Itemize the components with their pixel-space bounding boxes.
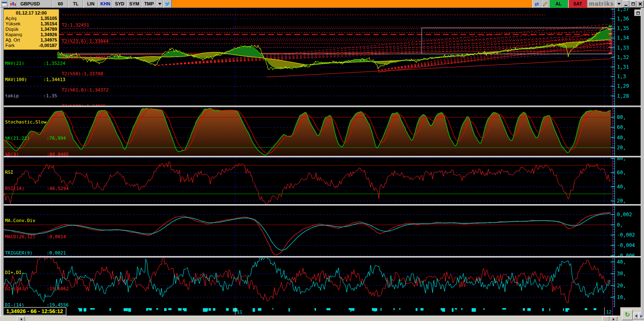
- high-row: Yüksek1,35154: [5, 21, 57, 27]
- candlestick-chart-icon: [10, 2, 16, 7]
- currency-field[interactable]: TL: [68, 0, 83, 8]
- symbol-text: GBPUSD: [20, 1, 40, 6]
- reload-data-button[interactable]: ↻: [622, 310, 633, 320]
- di-panel: 40,30,20,10, DI+,DI- DI+(14):19,5062 DI-…: [0, 258, 644, 307]
- pencil-icon: [542, 1, 548, 7]
- svg-text:1,34: 1,34: [617, 35, 629, 41]
- takip-value: :1,35: [43, 93, 57, 99]
- tmp-button[interactable]: TMP: [142, 0, 157, 8]
- stoch-d-label: %D(9): [5, 152, 47, 156]
- svg-text:1,32: 1,32: [617, 54, 629, 60]
- mav100-row: MAV(100):1,34413: [5, 77, 65, 82]
- t2-level: T2(%38,2):1,33411: [62, 55, 109, 60]
- ohlc-info-box: 01.12.17 12:00 Açılış1,35105 Yüksek1,351…: [3, 9, 59, 50]
- mav21-label: MAV(21): [5, 61, 43, 66]
- title-dropdown-button[interactable]: [616, 0, 622, 8]
- open-value: 1,35105: [40, 16, 57, 21]
- twitter-button[interactable]: [163, 0, 172, 8]
- svg-text:12: 12: [606, 309, 612, 315]
- chevron-down-icon: [617, 3, 621, 5]
- low-value: 1,34789: [40, 27, 57, 32]
- toolbar-dropdown-button[interactable]: [157, 0, 163, 8]
- matriks-logo: matriks: [587, 0, 616, 8]
- buy-button[interactable]: AL: [549, 0, 568, 8]
- price-panel: 1,371,361,351,341,331,321,311,31,291,28 …: [0, 8, 644, 106]
- period-text: 60: [58, 1, 63, 6]
- reload-icon: ↻: [625, 312, 630, 318]
- window-frame-right: [641, 8, 644, 316]
- svg-text:10,: 10,: [617, 294, 626, 300]
- t2-level: T2(%23,6):1,33044: [62, 39, 109, 44]
- minimize-icon: [624, 5, 627, 6]
- scale-field[interactable]: LIN: [83, 0, 98, 8]
- change-label: Fark: [5, 43, 15, 48]
- timeline-strip[interactable]: 1112 1,34926 - 66 - 12:56:12: [0, 307, 644, 316]
- svg-text:-0,002: -0,002: [617, 232, 635, 238]
- syd-button[interactable]: SYD: [112, 0, 127, 8]
- chart-type-button[interactable]: [8, 0, 17, 8]
- sym-button[interactable]: SYM: [127, 0, 142, 8]
- t2-level: T2:1,32451: [62, 22, 109, 28]
- macd-value: :0,0014: [47, 234, 66, 240]
- rsi-value: :46,5294: [47, 186, 69, 191]
- sell-button[interactable]: SAT: [568, 0, 587, 8]
- di-plus-label: DI+(14): [5, 286, 47, 291]
- close-button[interactable]: [637, 0, 644, 7]
- scroll-right-button[interactable]: [609, 316, 617, 321]
- rsi-label: RSI(14): [5, 186, 47, 191]
- sell-label: SAT: [573, 1, 582, 6]
- stoch-k-label: %K(21,21): [5, 136, 47, 141]
- buy-label: AL: [555, 1, 562, 6]
- khn-button[interactable]: KHN: [98, 0, 112, 8]
- scrollbar-thumb[interactable]: [602, 316, 609, 321]
- refresh-window-button[interactable]: ⇄: [532, 0, 542, 8]
- svg-text:1,3: 1,3: [617, 74, 626, 79]
- di-chart-canvas[interactable]: 40,30,20,10,: [0, 258, 641, 307]
- macd-label: MACD(26,12): [5, 234, 47, 240]
- maximize-icon: [632, 2, 635, 5]
- macd-chart-canvas[interactable]: 0,0020,-0,002-0,004-0,006: [0, 206, 641, 256]
- close-icon: [638, 2, 642, 6]
- rsi-chart-canvas[interactable]: 80,60,40,20,: [0, 158, 641, 204]
- scale-text: LIN: [87, 1, 94, 6]
- svg-text:30,: 30,: [617, 271, 626, 277]
- di-plus-row: DI+(14):19,5062: [5, 286, 69, 291]
- svg-text:1,33: 1,33: [617, 45, 629, 51]
- di-title: DI+,DI-: [5, 270, 69, 275]
- maximize-button[interactable]: [629, 0, 637, 7]
- scroll-left-button[interactable]: [17, 316, 25, 321]
- svg-text:40,: 40,: [617, 135, 626, 141]
- horizontal-scrollbar[interactable]: [0, 316, 644, 321]
- svg-text:80,: 80,: [617, 158, 626, 161]
- svg-text:60,: 60,: [617, 124, 626, 130]
- restore-icon: [637, 12, 640, 15]
- change-value: -0,00187: [39, 43, 57, 48]
- di-minus-row: DI-(14):19,4556: [5, 302, 69, 307]
- stochastic-chart-canvas[interactable]: 80,60,40,20,: [0, 107, 641, 156]
- macd-panel: 0,0020,-0,002-0,004-0,006 MA.Conv.Div MA…: [0, 206, 644, 256]
- svg-text:40,: 40,: [617, 184, 626, 190]
- di-plus-value: :19,5062: [47, 286, 69, 291]
- period-field[interactable]: 60: [52, 0, 68, 8]
- wavg-value: 1,34975: [40, 37, 57, 43]
- matriks-chart-window: GBPUSD 60 TL LIN KHN SYD SYM TMP ⇄ AL SA…: [0, 0, 644, 321]
- di-minus-value: :19,4556: [47, 302, 69, 307]
- change-row: Fark-0,00187: [5, 43, 57, 48]
- minimize-button[interactable]: [622, 0, 629, 7]
- svg-text:-0,004: -0,004: [617, 242, 635, 248]
- draw-tool-button[interactable]: [542, 0, 549, 8]
- svg-text:1,35: 1,35: [617, 25, 629, 31]
- window-layout-button[interactable]: [0, 0, 8, 8]
- wavg-label: Ağ. Ort: [5, 37, 20, 43]
- svg-text:1,31: 1,31: [617, 64, 629, 70]
- open-label: Açılış: [5, 16, 17, 21]
- sym-text: SYM: [129, 1, 139, 6]
- mav21-row: MAV(21):1,35224: [5, 61, 65, 66]
- t2-level: T2(%50):1,33708: [62, 71, 109, 77]
- t2-fib-labels: T2:1,32451 T2(%23,6):1,33044 T2(%38,2):1…: [62, 12, 109, 106]
- symbol-field[interactable]: GBPUSD: [17, 0, 52, 8]
- svg-text:60,: 60,: [617, 170, 626, 175]
- high-value: 1,35154: [40, 21, 57, 27]
- bar-datetime: 01.12.17 12:00: [5, 10, 57, 15]
- page-prev-button[interactable]: [633, 313, 639, 319]
